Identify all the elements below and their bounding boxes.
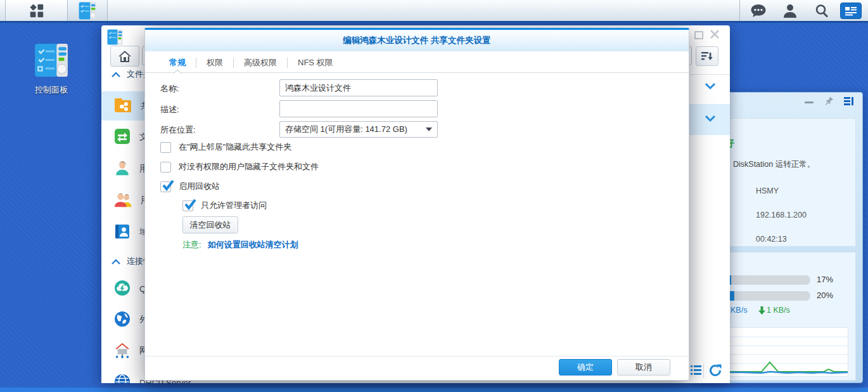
footer-divider <box>145 356 689 356</box>
name-field[interactable] <box>279 79 438 96</box>
main-menu-icon <box>29 3 45 19</box>
dialog-tabs: 常规 权限 高级权限 NFS 权限 <box>159 53 343 72</box>
file-services-icon <box>114 128 131 147</box>
widget-minimize-icon[interactable] <box>805 101 814 103</box>
search-button[interactable] <box>808 3 835 18</box>
hide-network-checkbox[interactable] <box>160 142 171 153</box>
note-row: 注意: 如何设置回收站清空计划 <box>182 239 298 251</box>
widget-layout-icon[interactable] <box>844 96 855 108</box>
desktop-bottom-strip <box>0 388 868 392</box>
download-speed-label: 1 KB/s <box>767 306 790 315</box>
enable-recycle-checkbox-row: 启用回收站 <box>160 181 220 192</box>
location-dropdown[interactable]: 存储空间 1(可用容量: 141.72 GB) <box>279 121 438 138</box>
active-tab-notch <box>174 69 182 77</box>
user-group-icon <box>114 192 132 210</box>
ip-address-value: 192.168.1.200 <box>756 211 807 219</box>
domain-ldap-icon <box>114 223 131 242</box>
refresh-icon[interactable] <box>708 363 722 380</box>
uptime-value: 00:42:13 <box>756 235 787 244</box>
location-dropdown-value: 存储空间 1(可用容量: 141.72 GB) <box>285 124 407 135</box>
checkbox-label: 启用回收站 <box>179 181 220 192</box>
desktop: 控制面板 好 DiskStation 运转正常。 HSMY 192.168.1.… <box>0 0 868 392</box>
control-panel-window-icon <box>106 29 124 48</box>
quickconnect-icon <box>114 280 131 298</box>
user-menu-button[interactable] <box>777 3 803 18</box>
search-icon <box>814 3 829 18</box>
download-speed-row: 1 KB/s <box>758 306 790 315</box>
control-panel-task-icon <box>78 1 97 20</box>
close-button[interactable] <box>710 29 720 41</box>
pilot-view-icon <box>845 6 857 16</box>
collapse-list-button[interactable] <box>696 46 718 66</box>
enable-recycle-checkbox[interactable] <box>160 181 171 192</box>
tab-nfs-permissions[interactable]: NFS 权限 <box>288 53 343 72</box>
tab-permissions[interactable]: 权限 <box>196 53 233 72</box>
dhcp-server-icon <box>114 374 131 384</box>
edit-shared-folder-dialog: 编辑鸿森木业设计文件 共享文件夹设置 常规 权限 高级权限 NFS 权限 名称:… <box>144 28 689 381</box>
admin-only-checkbox-row: 只允许管理者访问 <box>182 200 267 211</box>
home-button[interactable] <box>110 46 139 67</box>
main-menu-button[interactable] <box>6 0 67 21</box>
footer-divider <box>703 364 704 378</box>
hide-subfolders-checkbox-row: 对没有权限的用户隐藏子文件夹和文件 <box>160 161 319 173</box>
taskbar-right <box>739 0 868 21</box>
dropdown-arrow-icon <box>426 127 432 131</box>
external-access-icon <box>114 311 131 329</box>
pin-icon[interactable] <box>824 96 834 108</box>
chevron-down-icon[interactable] <box>705 82 716 92</box>
download-arrow-icon <box>758 306 765 315</box>
hide-subfolders-checkbox[interactable] <box>160 162 171 173</box>
control-panel-icon <box>33 71 70 81</box>
ok-button[interactable]: 确定 <box>559 359 612 376</box>
empty-recycle-bin-button[interactable]: 清空回收站 <box>182 216 238 233</box>
description-label: 描述: <box>160 104 179 115</box>
user-icon <box>783 3 797 18</box>
desktop-icon-control-panel[interactable]: 控制面板 <box>23 42 80 96</box>
taskbar-divider <box>107 0 108 21</box>
taskbar <box>0 0 868 23</box>
name-label: 名称: <box>160 83 179 95</box>
cancel-button[interactable]: 取消 <box>617 359 670 376</box>
checkbox-label: 对没有权限的用户隐藏子文件夹和文件 <box>179 161 319 173</box>
notifications-button[interactable] <box>745 3 772 18</box>
note-label: 注意: <box>182 239 201 251</box>
health-status-message: DiskStation 运转正常。 <box>733 159 815 170</box>
server-name-value: HSMY <box>756 186 779 195</box>
desktop-icon-label: 控制面板 <box>23 84 80 96</box>
dialog-titlebar: 编辑鸿森木业设计文件 共享文件夹设置 <box>145 30 689 51</box>
recycle-schedule-link[interactable]: 如何设置回收站清空计划 <box>208 239 298 251</box>
user-icon <box>114 160 131 178</box>
tab-general[interactable]: 常规 <box>159 53 196 72</box>
tab-advanced-permissions[interactable]: 高级权限 <box>234 53 287 72</box>
dialog-title: 编辑鸿森木业设计文件 共享文件夹设置 <box>343 35 490 46</box>
ram-percent-label: 20% <box>817 291 833 300</box>
description-field[interactable] <box>279 100 438 117</box>
chevron-down-icon[interactable] <box>705 115 716 124</box>
chat-icon <box>750 3 767 18</box>
list-view-icon[interactable] <box>691 365 701 377</box>
taskbar-control-panel-button[interactable] <box>68 0 107 21</box>
taskbar-divider <box>739 0 740 21</box>
maximize-button[interactable] <box>694 30 703 41</box>
network-icon <box>114 342 131 360</box>
hide-network-checkbox-row: 在"网上邻居"隐藏此共享文件夹 <box>160 141 291 153</box>
location-label: 所在位置: <box>160 124 196 136</box>
show-desktop-button[interactable] <box>0 0 5 21</box>
pilot-view-button[interactable] <box>840 3 862 19</box>
admin-only-checkbox[interactable] <box>182 200 193 211</box>
upload-speed-label: KB/s <box>731 306 747 315</box>
checkbox-label: 只允许管理者访问 <box>201 200 267 211</box>
cpu-percent-label: 17% <box>817 275 833 284</box>
checkbox-label: 在"网上邻居"隐藏此共享文件夹 <box>179 141 291 153</box>
tabbar-divider <box>145 72 689 73</box>
shared-folder-icon <box>114 97 132 115</box>
